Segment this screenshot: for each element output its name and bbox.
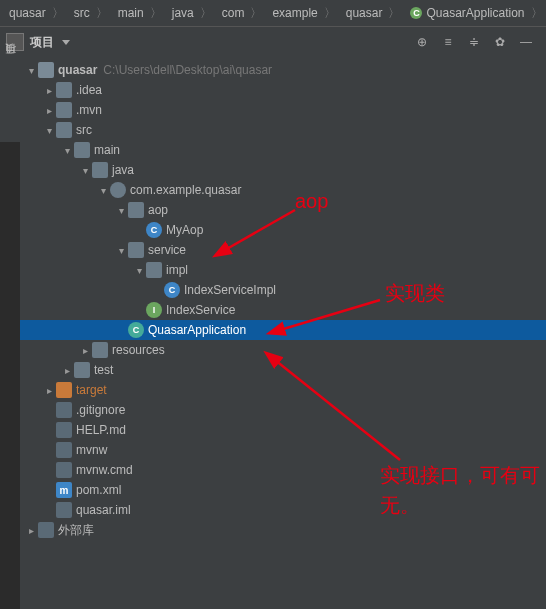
tree-label: resources: [112, 343, 165, 357]
tree-label: com.example.quasar: [130, 183, 241, 197]
tree-item-mvnw[interactable]: mvnw: [20, 440, 546, 460]
tree-item-pomxml[interactable]: m pom.xml: [20, 480, 546, 500]
folder-icon: [38, 62, 54, 78]
tree-item-java[interactable]: java: [20, 160, 546, 180]
collapse-icon[interactable]: ≡: [440, 34, 456, 50]
project-view-icon[interactable]: [6, 33, 24, 51]
interface-icon: I: [146, 302, 162, 318]
crumb[interactable]: main〉: [115, 5, 167, 22]
dropdown-arrow-icon[interactable]: [62, 40, 70, 45]
package-icon: [110, 182, 126, 198]
tree-item-aop[interactable]: aop: [20, 200, 546, 220]
expand-icon[interactable]: ≑: [466, 34, 482, 50]
class-icon: C: [410, 7, 422, 19]
tree-item-src[interactable]: src: [20, 120, 546, 140]
folder-icon: [128, 202, 144, 218]
file-icon: [56, 442, 72, 458]
crumb[interactable]: quasar〉: [343, 5, 406, 22]
tree-label: IndexServiceImpl: [184, 283, 276, 297]
tree-item-myaop[interactable]: C MyAop: [20, 220, 546, 240]
folder-icon: [92, 342, 108, 358]
tree-label: .idea: [76, 83, 102, 97]
tree-label: pom.xml: [76, 483, 121, 497]
folder-icon: [56, 102, 72, 118]
tree-label: .mvn: [76, 103, 102, 117]
tree-item-external-libs[interactable]: 外部库: [20, 520, 546, 540]
file-icon: [56, 422, 72, 438]
tree-label: IndexService: [166, 303, 235, 317]
folder-icon: [74, 142, 90, 158]
tree-path: C:\Users\dell\Desktop\ai\quasar: [103, 63, 272, 77]
tree-label: target: [76, 383, 107, 397]
tree-item-main[interactable]: main: [20, 140, 546, 160]
tree-item-indexservice[interactable]: I IndexService: [20, 300, 546, 320]
tree-item-idea[interactable]: .idea: [20, 80, 546, 100]
folder-icon: [56, 382, 72, 398]
folder-icon: [74, 362, 90, 378]
tree-item-helpmd[interactable]: HELP.md: [20, 420, 546, 440]
tree-item-target[interactable]: target: [20, 380, 546, 400]
tree-label: main: [94, 143, 120, 157]
file-icon: [56, 462, 72, 478]
crumb[interactable]: example〉: [269, 5, 340, 22]
tree-item-package[interactable]: com.example.quasar: [20, 180, 546, 200]
project-tree[interactable]: quasar C:\Users\dell\Desktop\ai\quasar .…: [20, 56, 546, 609]
tree-label: .gitignore: [76, 403, 125, 417]
tool-window-tab[interactable]: 项目: [0, 56, 21, 142]
breadcrumb: quasar〉 src〉 main〉 java〉 com〉 example〉 q…: [0, 0, 546, 27]
maven-icon: m: [56, 482, 72, 498]
tree-item-indexserviceimpl[interactable]: C IndexServiceImpl: [20, 280, 546, 300]
tree-item-test[interactable]: test: [20, 360, 546, 380]
file-icon: [56, 402, 72, 418]
folder-icon: [92, 162, 108, 178]
folder-icon: [56, 122, 72, 138]
crumb[interactable]: java〉: [169, 5, 217, 22]
class-icon: C: [146, 222, 162, 238]
tree-label: service: [148, 243, 186, 257]
tree-item-mvn[interactable]: .mvn: [20, 100, 546, 120]
tree-label: 外部库: [58, 522, 94, 539]
settings-icon[interactable]: ✿: [492, 34, 508, 50]
class-icon: C: [164, 282, 180, 298]
tree-item-gitignore[interactable]: .gitignore: [20, 400, 546, 420]
crumb[interactable]: quasar〉: [6, 5, 69, 22]
tree-label: aop: [148, 203, 168, 217]
locate-icon[interactable]: ⊕: [414, 34, 430, 50]
project-toolbar: 项目 ⊕ ≡ ≑ ✿ —: [0, 27, 546, 58]
file-icon: [56, 502, 72, 518]
folder-icon: [146, 262, 162, 278]
tree-label: mvnw.cmd: [76, 463, 133, 477]
tree-label: test: [94, 363, 113, 377]
tree-label: src: [76, 123, 92, 137]
tree-label: mvnw: [76, 443, 107, 457]
tree-item-resources[interactable]: resources: [20, 340, 546, 360]
tree-label: HELP.md: [76, 423, 126, 437]
project-view-label[interactable]: 项目: [30, 34, 54, 51]
crumb-file[interactable]: C QuasarApplication〉: [407, 5, 546, 22]
tree-item-impl[interactable]: impl: [20, 260, 546, 280]
crumb[interactable]: com〉: [219, 5, 268, 22]
folder-icon: [56, 82, 72, 98]
tree-label: java: [112, 163, 134, 177]
tree-label: impl: [166, 263, 188, 277]
folder-icon: [128, 242, 144, 258]
tree-item-quasariml[interactable]: quasar.iml: [20, 500, 546, 520]
tree-item-mvnwcmd[interactable]: mvnw.cmd: [20, 460, 546, 480]
tree-root[interactable]: quasar C:\Users\dell\Desktop\ai\quasar: [20, 60, 546, 80]
tree-item-quasarapp[interactable]: C QuasarApplication: [20, 320, 546, 340]
class-icon: C: [128, 322, 144, 338]
tree-label: quasar: [58, 63, 97, 77]
tree-item-service[interactable]: service: [20, 240, 546, 260]
tree-label: MyAop: [166, 223, 203, 237]
crumb[interactable]: src〉: [71, 5, 113, 22]
library-icon: [38, 522, 54, 538]
hide-icon[interactable]: —: [518, 34, 534, 50]
tree-label: QuasarApplication: [148, 323, 246, 337]
tree-label: quasar.iml: [76, 503, 131, 517]
